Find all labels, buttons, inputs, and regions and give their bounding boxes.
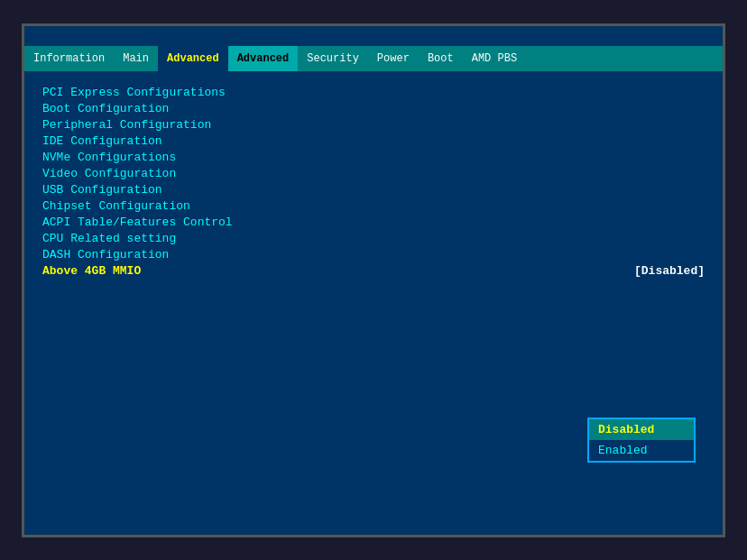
menu-item[interactable]: ACPI Table/Features Control <box>42 216 705 229</box>
menu-item-label: Boot Configuration <box>42 102 169 115</box>
menu-item-label: IDE Configuration <box>42 134 162 148</box>
menu-item[interactable]: Above 4GB MMIO[Disabled] <box>42 264 705 278</box>
menu-item-label: Above 4GB MMIO <box>42 264 141 278</box>
bios-screen: InformationMainAdvancedAdvancedSecurityP… <box>22 23 725 537</box>
main-content: PCI Express ConfigurationsBoot Configura… <box>24 71 723 535</box>
menu-item-label: NVMe Configurations <box>42 151 176 164</box>
menu-item-label: CPU Related setting <box>42 232 176 245</box>
menu-item[interactable]: IDE Configuration <box>42 134 705 148</box>
menu-item-label: Video Configuration <box>42 167 176 180</box>
nav-item-main[interactable]: Main <box>114 46 158 71</box>
menu-item-label: ACPI Table/Features Control <box>42 216 233 229</box>
nav-bar: InformationMainAdvancedAdvancedSecurityP… <box>24 46 723 71</box>
menu-item[interactable]: USB Configuration <box>42 183 705 197</box>
nav-item-security[interactable]: Security <box>298 46 368 71</box>
menu-item-label: DASH Configuration <box>42 248 169 262</box>
menu-item-label: Chipset Configuration <box>42 199 190 213</box>
dropdown-popup: DisabledEnabled <box>587 418 696 463</box>
dropdown-item[interactable]: Enabled <box>589 440 694 461</box>
menu-item[interactable]: CPU Related setting <box>42 232 705 245</box>
menu-item[interactable]: Boot Configuration <box>42 102 705 115</box>
menu-item[interactable]: PCI Express Configurations <box>42 86 705 99</box>
nav-item-power[interactable]: Power <box>368 46 419 71</box>
nav-item-information[interactable]: Information <box>24 46 114 71</box>
menu-item-label: USB Configuration <box>42 183 162 197</box>
menu-item-value: [Disabled] <box>634 264 705 278</box>
menu-item[interactable]: DASH Configuration <box>42 248 705 262</box>
nav-item-amd-pbs[interactable]: AMD PBS <box>463 46 526 71</box>
menu-item[interactable]: Video Configuration <box>42 167 705 180</box>
nav-item-advanced-active[interactable]: Advanced <box>158 46 228 71</box>
menu-item[interactable]: Peripheral Configuration <box>42 118 705 132</box>
menu-item[interactable]: Chipset Configuration <box>42 199 705 213</box>
menu-item-label: PCI Express Configurations <box>42 86 226 99</box>
menu-list: PCI Express ConfigurationsBoot Configura… <box>42 86 705 278</box>
menu-item-label: Peripheral Configuration <box>42 118 211 132</box>
nav-item-advanced2[interactable]: Advanced <box>228 46 299 71</box>
dropdown-item[interactable]: Disabled <box>589 419 694 440</box>
menu-item[interactable]: NVMe Configurations <box>42 151 705 164</box>
nav-item-boot[interactable]: Boot <box>419 46 463 71</box>
